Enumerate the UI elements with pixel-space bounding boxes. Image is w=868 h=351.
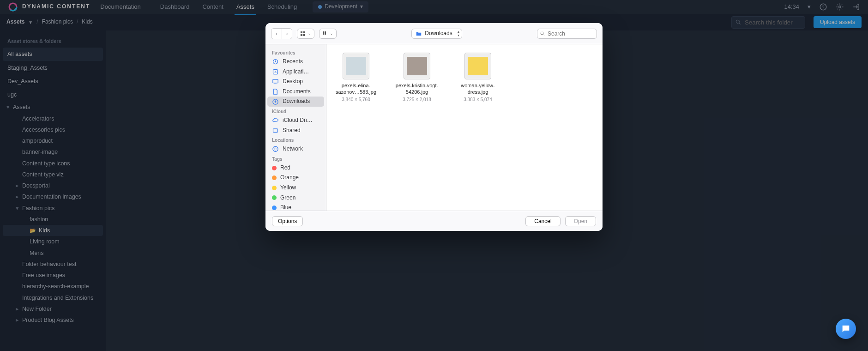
dialog-search-input[interactable] [537,29,597,39]
finder-sidebar-label: Yellow [280,184,296,192]
finder-sidebar-item[interactable]: Downloads [267,97,324,107]
sidebar-group-heading: iCloud [267,107,324,115]
file-name: pexels-kristin-vogt-54206.jpg [394,82,440,96]
tag-dot-icon [272,166,277,170]
svg-point-14 [541,32,543,35]
file-name: pexels-elina-sazonov…583.jpg [333,82,379,96]
updown-icon: ▴▾ [458,30,459,37]
finder-sidebar-label: Orange [280,174,299,182]
location-label: Downloads [425,30,452,37]
finder-sidebar-label: Downloads [283,98,310,105]
finder-sidebar-label: Recents [283,58,303,66]
file-thumbnail [464,53,491,79]
desktop-icon [272,78,279,85]
open-button[interactable]: Open [565,216,596,226]
file-dimensions: 3,725 × 2,018 [394,97,440,103]
finder-sidebar-item[interactable]: AApplicati… [267,67,324,77]
svg-rect-20 [273,129,278,133]
finder-sidebar-label: Documents [283,88,311,96]
location-popup[interactable]: Downloads ▴▾ [411,29,462,39]
finder-sidebar-item[interactable]: Network [267,144,324,154]
forward-button[interactable]: › [282,29,292,39]
finder-sidebar-item[interactable]: Shared [267,126,324,136]
finder-sidebar-item[interactable]: Documents [267,87,324,97]
clock-icon [272,58,279,65]
file-item[interactable]: pexels-elina-sazonov…583.jpg3,840 × 5,76… [333,53,379,103]
tag-dot-icon [272,206,277,210]
finder-sidebar-item[interactable]: Yellow [267,183,324,193]
finder-sidebar-item[interactable]: Orange [267,173,324,183]
options-button[interactable]: Options [272,216,303,226]
cancel-button[interactable]: Cancel [525,216,560,226]
dialog-toolbar: ‹ › ⌄ ⌄ Downloads ▴▾ [265,23,603,44]
finder-sidebar-label: Applicati… [283,68,309,76]
doc-icon [272,88,279,95]
file-item[interactable]: pexels-kristin-vogt-54206.jpg3,725 × 2,0… [394,53,440,103]
svg-rect-18 [273,80,278,84]
svg-rect-12 [323,33,324,35]
svg-rect-10 [323,31,324,33]
finder-sidebar-item[interactable]: Blue [267,203,324,211]
search-icon [540,31,545,36]
tag-dot-icon [272,176,277,180]
dialog-sidebar: FavouritesRecentsAApplicati…DesktopDocum… [265,44,326,211]
svg-rect-7 [303,31,305,33]
finder-sidebar-label: Shared [283,127,301,134]
svg-rect-13 [325,33,326,35]
tag-dot-icon [272,186,277,190]
grid-icon [300,31,306,36]
back-button[interactable]: ‹ [271,29,282,39]
dialog-body: FavouritesRecentsAApplicati…DesktopDocum… [265,44,603,211]
chevron-down-icon: ⌄ [307,31,311,36]
finder-sidebar-label: Green [280,194,295,202]
svg-rect-9 [303,34,305,36]
file-thumbnail [343,53,369,79]
chat-fab[interactable] [836,319,856,339]
chat-icon [841,324,851,334]
sidebar-group-heading: Favourites [267,48,324,57]
file-item[interactable]: woman-yellow-dress.jpg3,383 × 5,074 [455,53,501,103]
dialog-file-grid: pexels-elina-sazonov…583.jpg3,840 × 5,76… [326,44,603,211]
group-icon [322,31,328,36]
finder-sidebar-label: Red [280,164,290,172]
cloud-icon [272,117,279,124]
file-open-dialog: ‹ › ⌄ ⌄ Downloads ▴▾ FavouritesRecentsAA… [265,23,603,231]
file-dimensions: 3,383 × 5,074 [455,97,501,103]
finder-sidebar-item[interactable]: Green [267,193,324,203]
finder-sidebar-label: Blue [280,204,291,211]
finder-sidebar-label: Desktop [283,78,303,85]
nav-back-forward: ‹ › [271,28,292,39]
globe-icon [272,145,279,152]
finder-sidebar-label: Network [283,145,303,153]
file-name: woman-yellow-dress.jpg [455,82,501,96]
group-by-button[interactable]: ⌄ [319,29,337,39]
tag-dot-icon [272,195,277,200]
folder-icon [416,30,422,37]
svg-rect-6 [301,31,302,33]
svg-rect-8 [301,34,302,36]
dialog-search-wrap [537,29,597,39]
view-mode-button[interactable]: ⌄ [297,29,314,39]
sidebar-group-heading: Locations [267,135,324,144]
chevron-down-icon: ⌄ [330,31,333,36]
svg-rect-11 [325,31,326,33]
download-icon [272,98,279,105]
dialog-footer: Options Cancel Open [265,211,603,231]
shared-icon [272,127,279,134]
svg-text:A: A [274,70,277,73]
finder-sidebar-item[interactable]: Desktop [267,77,324,87]
sidebar-group-heading: Tags [267,154,324,163]
file-thumbnail [404,53,430,79]
finder-sidebar-label: iCloud Dri… [283,117,313,124]
finder-sidebar-item[interactable]: Red [267,163,324,173]
finder-sidebar-item[interactable]: Recents [267,57,324,67]
app-icon: A [272,68,279,75]
file-dimensions: 3,840 × 5,760 [333,97,379,103]
finder-sidebar-item[interactable]: iCloud Dri… [267,115,324,126]
